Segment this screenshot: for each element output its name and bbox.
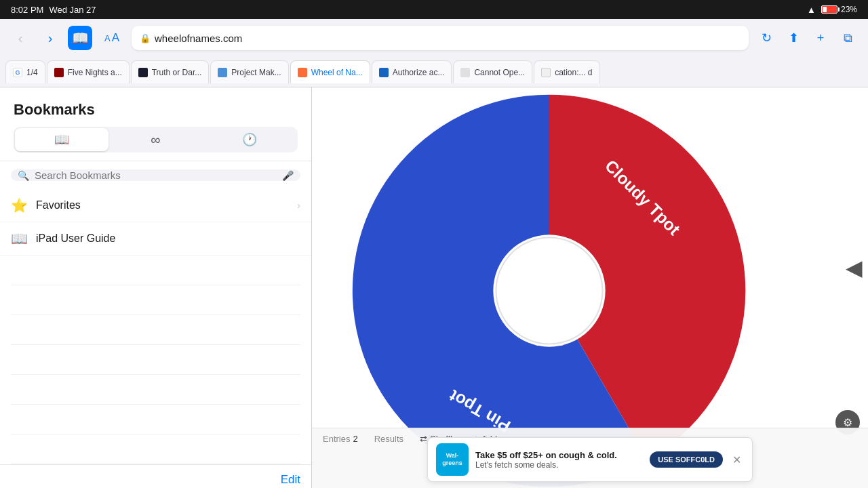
- bookmarks-tab-icon: 📖: [54, 132, 69, 147]
- tab-auth-favicon: [379, 68, 389, 77]
- aa-large: A: [112, 31, 119, 45]
- time: 8:02 PM: [11, 5, 43, 15]
- ipad-guide-label: iPad User Guide: [36, 232, 300, 245]
- sidebar-header: Bookmarks 📖 ∞ 🕐: [0, 87, 311, 161]
- tab-count-favicon: G: [13, 68, 22, 77]
- tab-cannot-favicon: [460, 68, 470, 77]
- aa-small: A: [104, 33, 111, 43]
- date: Wed Jan 27: [49, 5, 96, 15]
- tab-cannot-label: Cannot Ope...: [474, 68, 525, 77]
- microphone-icon[interactable]: 🎤: [282, 170, 294, 181]
- sidebar-tab-reading-list[interactable]: ∞: [108, 128, 202, 151]
- back-button[interactable]: ‹: [8, 26, 33, 50]
- tab-tod-label: Truth or Dar...: [152, 68, 202, 77]
- ad-banner: Wal-greens Take $5 off $25+ on cough & c…: [427, 437, 753, 482]
- reload-button[interactable]: ↻: [754, 26, 778, 50]
- entries-value: 2: [353, 434, 357, 444]
- new-tab-button[interactable]: +: [808, 26, 833, 50]
- tab-wn-label: Wheel of Na...: [311, 68, 363, 77]
- search-bar[interactable]: 🔍 🎤: [11, 169, 300, 181]
- results-label: Results: [374, 434, 403, 444]
- wifi-icon: ▲: [807, 5, 816, 15]
- edit-button[interactable]: Edit: [281, 473, 300, 487]
- shuffle-icon: ⇄: [420, 434, 427, 444]
- spinner-arrow: ◀: [846, 255, 863, 281]
- bookmarks-sidebar: Bookmarks 📖 ∞ 🕐 🔍 🎤 ⭐ Favorites ›: [0, 87, 312, 488]
- address-bar[interactable]: 🔒 wheelofnames.com: [132, 26, 749, 50]
- star-icon: ⭐: [11, 197, 28, 214]
- divider-4: [11, 345, 300, 375]
- tab-auth-label: Authorize ac...: [393, 68, 445, 77]
- tabs-bar: G 1/4 Five Nights a... Truth or Dar... P…: [0, 57, 868, 87]
- ad-title: Take $5 off $25+ on cough & cold.: [475, 450, 643, 460]
- divider-5: [11, 375, 300, 405]
- tab-app-label: cation:... d: [555, 68, 592, 77]
- battery-percent: 23%: [841, 5, 857, 14]
- status-bar: 8:02 PM Wed Jan 27 ▲ 23%: [0, 0, 868, 19]
- bookmark-item-favorites[interactable]: ⭐ Favorites ›: [0, 189, 311, 222]
- tab-app[interactable]: cation:... d: [534, 60, 599, 83]
- ad-cta-button[interactable]: USE SOFFC0LD: [650, 451, 723, 468]
- aa-button[interactable]: A A: [98, 28, 126, 47]
- url-text: wheelofnames.com: [155, 33, 242, 44]
- bookmark-item-ipad-guide[interactable]: 📖 iPad User Guide: [0, 222, 311, 256]
- divider-6: [11, 405, 300, 434]
- tab-fnaf-label: Five Nights a...: [68, 68, 122, 77]
- reading-list-tab-icon: ∞: [151, 132, 160, 148]
- bookmarks-button[interactable]: 📖: [68, 26, 92, 50]
- tab-wn-favicon: [298, 68, 307, 77]
- divider-3: [11, 315, 300, 345]
- web-content: Cloudy Tpot Pin Tpot ◀ ⚙ Entries 2 Resul…: [312, 87, 868, 488]
- search-input[interactable]: [35, 169, 277, 181]
- battery-icon: [821, 5, 837, 14]
- battery-indicator: 23%: [821, 5, 857, 14]
- tabs-overview-button[interactable]: ⧉: [835, 26, 860, 50]
- forward-button[interactable]: ›: [38, 26, 62, 50]
- divider-1: [11, 256, 300, 285]
- tab-tod-favicon: [138, 68, 148, 77]
- wheel-center-inner: [496, 237, 602, 344]
- chevron-right-icon: ›: [297, 200, 300, 211]
- nav-actions: ↻ ⬆ + ⧉: [754, 26, 860, 50]
- divider-2: [11, 285, 300, 315]
- ad-close-button[interactable]: ✕: [730, 451, 744, 469]
- nav-bar: ‹ › 📖 A A 🔒 wheelofnames.com ↻ ⬆ + ⧉: [0, 19, 868, 57]
- ad-text-content: Take $5 off $25+ on cough & cold. Let's …: [475, 450, 643, 470]
- favorites-label: Favorites: [36, 199, 289, 211]
- status-left: 8:02 PM Wed Jan 27: [11, 5, 96, 15]
- sidebar-tab-bookmarks[interactable]: 📖: [15, 128, 108, 151]
- tab-wn[interactable]: Wheel of Na...: [290, 60, 370, 83]
- ad-brand-text: Wal-greens: [442, 452, 462, 467]
- sidebar-tab-history[interactable]: 🕐: [203, 128, 296, 151]
- main-content: Bookmarks 📖 ∞ 🕐 🔍 🎤 ⭐ Favorites ›: [0, 87, 868, 488]
- tab-fnaf[interactable]: Five Nights a...: [47, 60, 130, 83]
- tab-count-label: 1/4: [26, 68, 38, 77]
- history-tab-icon: 🕐: [242, 132, 257, 147]
- tab-app-favicon: [541, 68, 551, 77]
- tab-auth[interactable]: Authorize ac...: [372, 60, 452, 83]
- tab-pm-label: Project Mak...: [231, 68, 281, 77]
- tab-count[interactable]: G 1/4: [5, 60, 45, 83]
- tab-cannot[interactable]: Cannot Ope...: [453, 60, 532, 83]
- tab-fnaf-favicon: [54, 68, 64, 77]
- sidebar-footer: Edit: [0, 464, 311, 488]
- book-icon: 📖: [11, 230, 28, 247]
- entries-stat: Entries 2: [323, 434, 358, 444]
- status-right: ▲ 23%: [807, 5, 857, 15]
- sidebar-tab-bar: 📖 ∞ 🕐: [14, 127, 298, 152]
- tab-pm-favicon: [218, 68, 227, 77]
- tab-pm[interactable]: Project Mak...: [210, 60, 288, 83]
- results-stat: Results: [374, 434, 403, 444]
- share-button[interactable]: ⬆: [781, 26, 806, 50]
- sidebar-title: Bookmarks: [14, 101, 298, 119]
- ad-logo: Wal-greens: [436, 443, 469, 476]
- entries-label: Entries: [323, 434, 350, 444]
- lock-icon: 🔒: [140, 33, 151, 43]
- search-icon: 🔍: [18, 170, 29, 181]
- divider-lines: [0, 256, 311, 464]
- tab-tod[interactable]: Truth or Dar...: [131, 60, 210, 83]
- ad-subtitle: Let's fetch some deals.: [475, 460, 643, 470]
- divider-7: [11, 434, 300, 464]
- browser-chrome: ‹ › 📖 A A 🔒 wheelofnames.com ↻ ⬆ + ⧉ G 1…: [0, 19, 868, 87]
